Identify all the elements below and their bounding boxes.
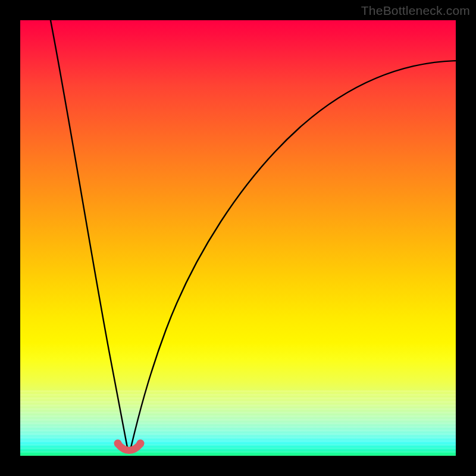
curve-layer [20,20,456,456]
chart-frame: TheBottleneck.com [0,0,476,476]
watermark: TheBottleneck.com [361,4,470,18]
bottleneck-curve-left [50,20,127,447]
plot-area [20,20,456,456]
highlight-dot-right [137,440,145,447]
bottleneck-curve-right [131,61,456,447]
highlight-dot-left [114,440,122,447]
